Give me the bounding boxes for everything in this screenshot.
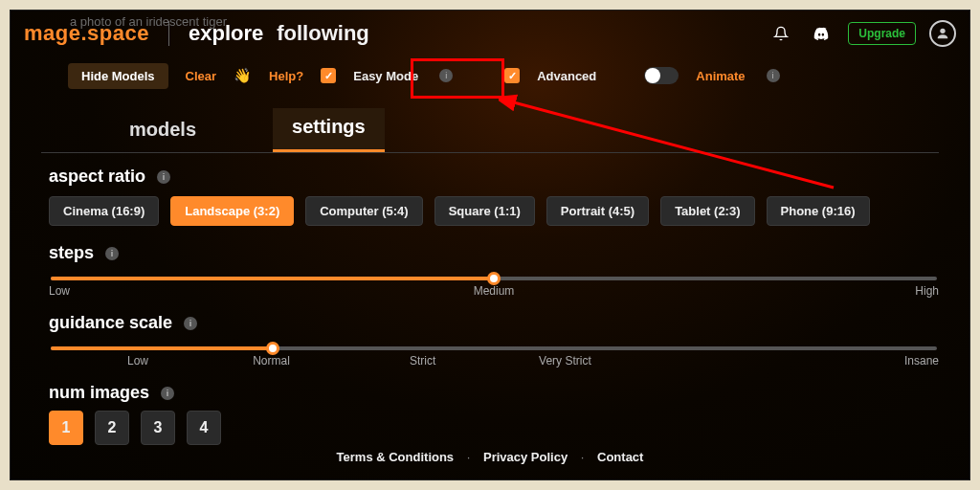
guidance-strict-label: Strict bbox=[410, 354, 435, 368]
num-images-options: 1 2 3 4 bbox=[49, 411, 939, 445]
tab-models[interactable]: models bbox=[110, 111, 215, 152]
guidance-normal-label: Normal bbox=[253, 354, 290, 368]
ratio-portrait[interactable]: Portrait (4:5) bbox=[546, 196, 649, 226]
hide-models-button[interactable]: Hide Models bbox=[68, 63, 168, 89]
svg-point-0 bbox=[940, 29, 945, 33]
options-row: Hide Models Clear 👋 Help? ✓ Easy Mode i … bbox=[11, 56, 969, 95]
info-icon[interactable]: i bbox=[157, 170, 170, 184]
footer-terms[interactable]: Terms & Conditions bbox=[337, 450, 455, 464]
num-4[interactable]: 4 bbox=[187, 411, 221, 445]
tabs: models settings bbox=[41, 95, 939, 153]
upgrade-button[interactable]: Upgrade bbox=[848, 22, 916, 45]
ratio-computer[interactable]: Computer (5:4) bbox=[305, 196, 422, 226]
footer-privacy[interactable]: Privacy Policy bbox=[483, 450, 568, 464]
help-link[interactable]: Help? bbox=[269, 69, 303, 83]
settings-content: aspect ratio i Cinema (16:9) Landscape (… bbox=[11, 153, 969, 445]
aspect-ratio-options: Cinema (16:9) Landscape (3:2) Computer (… bbox=[49, 196, 939, 226]
wave-icon: 👋 bbox=[234, 67, 252, 84]
num-3[interactable]: 3 bbox=[141, 411, 175, 445]
discord-icon[interactable] bbox=[808, 20, 835, 47]
footer-links: Terms & Conditions · Privacy Policy · Co… bbox=[11, 450, 969, 464]
nav-following[interactable]: following bbox=[277, 21, 369, 46]
app-frame: a photo of an iridescent tiger mage.spac… bbox=[10, 10, 970, 480]
guidance-verystrict-label: Very Strict bbox=[539, 354, 591, 368]
ratio-square[interactable]: Square (1:1) bbox=[434, 196, 535, 226]
easy-mode-label: Easy Mode bbox=[353, 69, 418, 83]
steps-slider[interactable]: Low Medium High bbox=[49, 277, 939, 300]
footer-contact[interactable]: Contact bbox=[597, 450, 643, 464]
easy-mode-checkbox[interactable]: ✓ bbox=[321, 68, 336, 83]
steps-title: steps i bbox=[49, 243, 939, 263]
steps-high-label: High bbox=[915, 284, 939, 298]
clear-button[interactable]: Clear bbox=[186, 69, 217, 83]
prompt-text-ghost: a photo of an iridescent tiger bbox=[70, 14, 227, 29]
ratio-cinema[interactable]: Cinema (16:9) bbox=[49, 196, 159, 226]
aspect-ratio-title: aspect ratio i bbox=[49, 167, 939, 187]
guidance-low-label: Low bbox=[127, 354, 148, 368]
num-images-title: num images i bbox=[49, 383, 939, 403]
num-2[interactable]: 2 bbox=[95, 411, 129, 445]
advanced-checkbox[interactable]: ✓ bbox=[504, 68, 520, 83]
num-1[interactable]: 1 bbox=[49, 411, 83, 445]
ratio-tablet[interactable]: Tablet (2:3) bbox=[660, 196, 754, 226]
animate-toggle[interactable] bbox=[644, 67, 679, 84]
guidance-thumb[interactable] bbox=[266, 342, 279, 355]
guidance-insane-label: Insane bbox=[904, 354, 939, 368]
guidance-title: guidance scale i bbox=[49, 313, 939, 333]
ratio-phone[interactable]: Phone (9:16) bbox=[767, 196, 870, 226]
bell-icon[interactable] bbox=[768, 20, 794, 47]
info-icon[interactable]: i bbox=[767, 69, 780, 82]
info-icon[interactable]: i bbox=[184, 317, 197, 330]
account-avatar[interactable] bbox=[929, 20, 956, 47]
info-icon[interactable]: i bbox=[105, 247, 119, 260]
tab-settings[interactable]: settings bbox=[273, 108, 385, 152]
steps-thumb[interactable] bbox=[487, 272, 501, 285]
guidance-slider[interactable]: Low Normal Strict Very Strict Insane bbox=[49, 346, 939, 369]
advanced-label: Advanced bbox=[537, 69, 596, 83]
info-icon[interactable]: i bbox=[161, 387, 174, 400]
steps-low-label: Low bbox=[49, 284, 70, 298]
info-icon[interactable]: i bbox=[439, 69, 453, 82]
ratio-landscape[interactable]: Landscape (3:2) bbox=[170, 196, 294, 226]
animate-label: Animate bbox=[696, 69, 745, 83]
steps-medium-label: Medium bbox=[474, 284, 515, 298]
